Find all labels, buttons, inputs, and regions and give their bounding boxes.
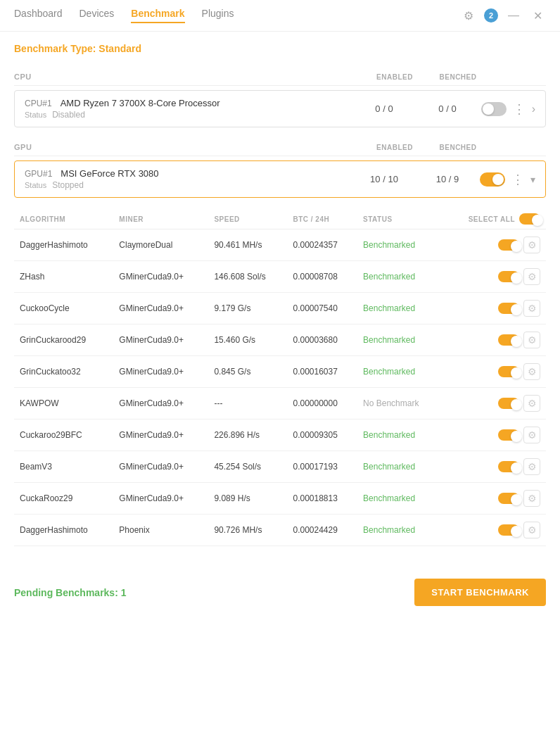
algo-algorithm: GrinCuckarood29: [14, 324, 113, 356]
algo-gear-8[interactable]: ⚙: [523, 490, 540, 507]
algo-row-3: GrinCuckarood29 GMinerCuda9.0+ 15.460 G/…: [14, 324, 546, 356]
cpu-section-header: CPU ENABLED BENCHED: [14, 68, 546, 86]
algo-toggle-5[interactable]: [498, 398, 519, 409]
algo-toggle-4[interactable]: [498, 366, 519, 377]
algo-row-1: ZHash GMinerCuda9.0+ 146.608 Sol/s 0.000…: [14, 261, 546, 293]
algo-speed: 146.608 Sol/s: [208, 261, 287, 293]
cpu-device-info: CPU#1 AMD Ryzen 7 3700X 8-Core Processor…: [25, 98, 352, 120]
algo-miner: GMinerCuda9.0+: [113, 356, 208, 388]
gpu-device-controls: ⋮ ▾: [479, 172, 535, 187]
gpu-dots-menu[interactable]: ⋮: [511, 172, 525, 187]
algo-speed: 90.461 MH/s: [208, 229, 287, 261]
algo-toggle-2[interactable]: [498, 303, 519, 314]
algo-status: Benchmarked: [357, 483, 442, 515]
algo-miner: GMinerCuda9.0+: [113, 324, 208, 356]
cpu-dots-menu[interactable]: ⋮: [512, 101, 526, 117]
tab-devices[interactable]: Devices: [79, 8, 115, 23]
tab-benchmark[interactable]: Benchmark: [131, 8, 184, 23]
algo-btc: 0.00017193: [287, 451, 357, 483]
algo-controls: ⚙: [442, 356, 546, 388]
algo-toggle-0[interactable]: [498, 239, 519, 251]
algo-status: Benchmarked: [357, 229, 442, 261]
tab-dashboard[interactable]: Dashboard: [14, 8, 63, 23]
algo-speed: 226.896 H/s: [208, 420, 287, 451]
algo-toggle-9[interactable]: [498, 524, 519, 536]
algo-toggle-6[interactable]: [498, 429, 519, 441]
algo-gear-6[interactable]: ⚙: [523, 427, 540, 443]
close-icon[interactable]: ✕: [529, 7, 546, 24]
gpu-device-id: GPU#1: [25, 169, 52, 179]
algo-btc: 0.00018813: [287, 483, 357, 515]
cpu-expand-arrow[interactable]: ›: [532, 103, 535, 115]
algo-gear-9[interactable]: ⚙: [523, 522, 540, 538]
algo-status: Benchmarked: [357, 420, 442, 451]
algo-gear-7[interactable]: ⚙: [523, 458, 540, 475]
algo-status: No Benchmark: [357, 388, 442, 420]
algo-btc: 0.00007540: [287, 293, 357, 324]
algo-status: Benchmarked: [357, 293, 442, 324]
settings-icon[interactable]: ⚙: [460, 7, 477, 24]
col-status: STATUS: [357, 209, 442, 229]
cpu-status-label: Status: [25, 111, 46, 119]
algo-controls: ⚙: [442, 388, 546, 420]
cpu-toggle[interactable]: [481, 102, 507, 116]
algo-controls: ⚙: [442, 261, 546, 293]
algo-miner: GMinerCuda9.0+: [113, 293, 208, 324]
algo-miner: Phoenix: [113, 515, 208, 546]
algo-toggle-7[interactable]: [498, 461, 519, 472]
algo-toggle-3[interactable]: [498, 334, 519, 346]
algo-btc: 0.00024429: [287, 515, 357, 546]
algo-toggle-8[interactable]: [498, 493, 519, 504]
algo-btc: 0.00024357: [287, 229, 357, 261]
algo-btc: 0.00000000: [287, 388, 357, 420]
algo-status: Benchmarked: [357, 515, 442, 546]
algo-speed: 45.254 Sol/s: [208, 451, 287, 483]
gpu-toggle[interactable]: [480, 172, 505, 187]
algo-algorithm: GrinCuckatoo32: [14, 356, 113, 388]
gpu-label: GPU: [14, 143, 363, 151]
algo-algorithm: DaggerHashimoto: [14, 515, 113, 546]
algo-miner: GMinerCuda9.0+: [113, 483, 208, 515]
algo-gear-4[interactable]: ⚙: [523, 363, 540, 380]
gpu-section-header: GPU ENABLED BENCHED: [14, 139, 546, 156]
algo-miner: GMinerCuda9.0+: [113, 388, 208, 420]
algo-gear-0[interactable]: ⚙: [523, 237, 540, 253]
algo-row-2: CuckooCycle GMinerCuda9.0+ 9.179 G/s 0.0…: [14, 293, 546, 324]
cpu-device-name: AMD Ryzen 7 3700X 8-Core Processor: [61, 98, 220, 108]
start-benchmark-button[interactable]: START BENCHMARK: [414, 579, 546, 606]
algo-speed: 90.726 MH/s: [208, 515, 287, 546]
tab-plugins[interactable]: Plugins: [202, 8, 234, 23]
algo-btc: 0.00016037: [287, 356, 357, 388]
algo-status: Benchmarked: [357, 451, 442, 483]
gpu-collapse-chevron[interactable]: ▾: [530, 174, 535, 185]
algo-algorithm: KAWPOW: [14, 388, 113, 420]
algo-miner: GMinerCuda9.0+: [113, 261, 208, 293]
algo-table: ALGORITHM MINER SPEED BTC / 24H STATUS S…: [14, 209, 546, 546]
algo-row-6: Cuckaroo29BFC GMinerCuda9.0+ 226.896 H/s…: [14, 420, 546, 451]
gpu-device-card: GPU#1 MSI GeForce RTX 3080 Status Stoppe…: [14, 160, 546, 198]
algo-algorithm: ZHash: [14, 261, 113, 293]
algo-algorithm: CuckooCycle: [14, 293, 113, 324]
algo-gear-3[interactable]: ⚙: [523, 332, 540, 348]
algo-btc: 0.00009305: [287, 420, 357, 451]
algo-status: Benchmarked: [357, 261, 442, 293]
algo-gear-5[interactable]: ⚙: [523, 395, 540, 412]
algo-row-9: DaggerHashimoto Phoenix 90.726 MH/s 0.00…: [14, 515, 546, 546]
algo-miner: GMinerCuda9.0+: [113, 451, 208, 483]
algo-gear-2[interactable]: ⚙: [523, 300, 540, 317]
minimize-icon[interactable]: —: [505, 7, 522, 24]
algo-controls: ⚙: [442, 483, 546, 515]
cpu-enabled-stat: 0 / 0: [352, 103, 416, 114]
col-select-all: SELECT ALL: [442, 209, 546, 229]
nav-icons: ⚙ 2 — ✕: [460, 7, 546, 24]
algo-row-0: DaggerHashimoto ClaymoreDual 90.461 MH/s…: [14, 229, 546, 261]
algo-toggle-1[interactable]: [498, 271, 519, 282]
cpu-benched-stat: 0 / 0: [416, 103, 479, 114]
algo-algorithm: CuckaRooz29: [14, 483, 113, 515]
algo-speed: ---: [208, 388, 287, 420]
notification-badge[interactable]: 2: [484, 8, 498, 23]
algo-gear-1[interactable]: ⚙: [523, 268, 540, 285]
col-algorithm: ALGORITHM: [14, 209, 113, 229]
select-all-toggle[interactable]: [519, 213, 540, 225]
cpu-device-id: CPU#1: [25, 99, 52, 108]
